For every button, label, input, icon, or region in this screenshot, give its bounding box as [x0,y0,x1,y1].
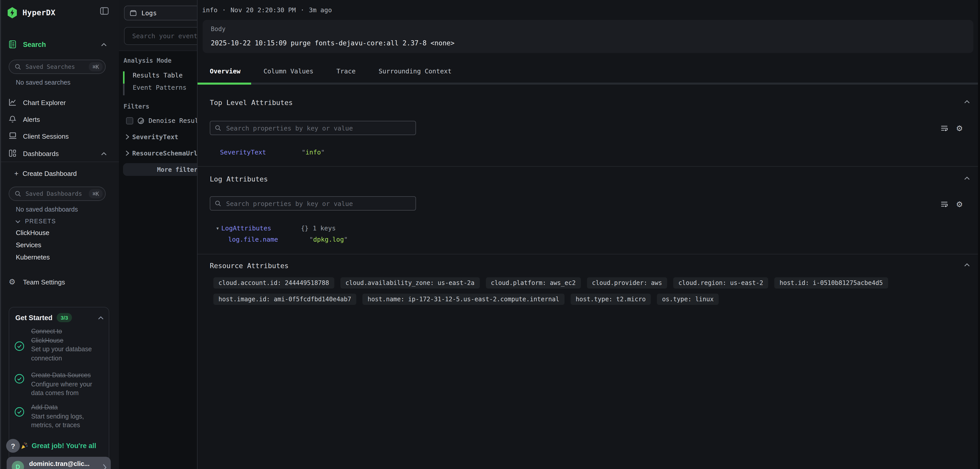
section-tools: ⚙ [940,200,963,208]
gear-icon[interactable]: ⚙ [956,200,963,208]
laptop-icon [9,132,16,140]
chevron-up-icon [98,316,103,319]
filter-group-resourceschemaurl[interactable]: ResourceSchemaUrl [126,149,197,157]
sidebar-item-client-sessions[interactable]: Client Sessions [0,130,119,142]
presets-toggle[interactable]: PRESETS [15,218,56,224]
sidebar-item-alerts[interactable]: Alerts [0,114,119,125]
create-dashboard-button[interactable]: + Create Dashboard [14,169,77,177]
property-searchbox[interactable] [210,121,416,135]
shortcut-badge: ⌘K [89,62,103,71]
property-searchbox[interactable] [210,196,416,211]
gear-icon: ⚙ [9,278,16,286]
resource-chip[interactable]: cloud.provider: aws [587,277,667,288]
progress-badge: 3/3 [57,313,72,322]
sidebar-divider [0,162,119,162]
resource-chip[interactable]: cloud.account.id: 244449518788 [213,277,334,288]
attribute-key[interactable]: LogAttributes [221,224,301,232]
sidebar-item-search[interactable]: Search [0,39,119,50]
saved-dashboards-searchbox[interactable]: ⌘K [9,187,106,201]
resource-chip[interactable]: host.type: t2.micro [571,294,651,305]
chart-line-icon [9,98,16,106]
tab-overview[interactable]: Overview [210,67,240,75]
get-started-card: Get Started 3/3 Connect to ClickHouse Se… [9,307,109,466]
hyperdx-logo-icon [7,7,18,18]
shortcut-badge: ⌘K [89,189,103,198]
sidebar-collapse-icon[interactable] [100,7,109,15]
event-relative-time: 3m ago [309,6,332,14]
filter-group-severitytext[interactable]: SeverityText [126,133,178,141]
section-tools: ⚙ [940,124,963,132]
gear-icon[interactable]: ⚙ [956,124,963,132]
help-button[interactable]: ? [6,439,20,453]
archive-box-icon [130,10,137,16]
chevron-up-icon [101,43,107,46]
resource-chip[interactable]: cloud.availability_zone: us-east-2a [340,277,480,288]
property-search-input[interactable] [225,199,411,208]
sidebar: HyperDX Search ⌘K [0,0,119,469]
resource-chip[interactable]: host.name: ip-172-31-12-5.us-east-2.comp… [363,294,564,305]
preset-clickhouse[interactable]: ClickHouse [16,229,49,236]
get-started-item[interactable]: Create Data Sources Configure where your… [31,371,94,398]
search-filter-panel: Logs Analysis Mode Results Table Event P… [119,0,197,469]
event-search-input[interactable] [131,32,197,40]
denoise-checkbox[interactable] [126,117,133,124]
saved-dashboards-input[interactable] [24,190,86,198]
scrollbar-gutter[interactable] [978,0,980,469]
sidebar-item-chart-explorer[interactable]: Chart Explorer [0,97,119,108]
source-select[interactable]: Logs [124,6,197,21]
no-saved-searches-text: No saved searches [16,79,70,86]
separator: · [222,6,226,14]
plus-icon: + [14,169,18,177]
get-started-item[interactable]: Add Data Start sending logs, metrics, or… [31,403,94,430]
chevron-down-icon [15,219,21,223]
active-tab-underline [197,82,251,84]
check-circle-icon [14,341,24,351]
collapse-section-icon[interactable] [964,100,970,103]
attribute-key[interactable]: SeverityText [220,148,302,156]
attribute-key[interactable]: log.file.name [228,236,309,243]
attribute-value[interactable]: info [305,148,321,156]
filters-label: Filters [124,103,149,110]
caret-down-icon[interactable]: ▾ [216,226,219,231]
inactive-mode-indicator [123,84,124,95]
resource-chip[interactable]: cloud.region: us-east-2 [673,277,768,288]
user-account-button[interactable]: D dominic.tran@clic... dominic.tran@clic… [6,457,111,469]
sidebar-item-label: Alerts [23,116,40,123]
search-journal-icon [9,40,16,48]
resource-chip[interactable]: cloud.platform: aws_ec2 [486,277,581,288]
resource-chip[interactable]: host.image.id: ami-0f5fcdfbd140e4ab7 [213,294,356,305]
denoise-results-option[interactable]: Denoise Results [126,117,197,124]
tab-column-values[interactable]: Column Values [263,67,313,75]
attribute-value[interactable]: dpkg.log [313,236,344,243]
more-filters-button[interactable]: More filters [123,163,197,176]
separator: · [301,6,304,14]
wrap-lines-icon[interactable] [940,200,948,208]
resource-chip[interactable]: os.type: linux [657,294,719,305]
chevron-right-icon [126,134,129,140]
user-name: dominic.tran@clic... [29,460,100,467]
mode-event-patterns[interactable]: Event Patterns [133,84,186,91]
property-search-input[interactable] [225,124,411,132]
no-saved-dashboards-text: No saved dashboards [16,206,78,213]
tab-trace[interactable]: Trace [336,67,355,75]
severity-badge: info [202,6,218,14]
get-started-header[interactable]: Get Started 3/3 [15,313,103,322]
event-search-box[interactable] [124,27,197,45]
get-started-item[interactable]: Connect to ClickHouse Set up your databa… [31,327,94,363]
collapse-section-icon[interactable] [964,263,970,267]
preset-services[interactable]: Services [16,241,41,249]
section-divider [197,166,980,167]
wrap-lines-icon[interactable] [940,124,948,132]
tabs-underline [197,82,978,84]
saved-searches-input[interactable] [24,63,86,71]
sidebar-item-team-settings[interactable]: ⚙ Team Settings [0,276,119,287]
collapse-section-icon[interactable] [964,176,970,180]
saved-searches-searchbox[interactable]: ⌘K [9,60,106,74]
tab-surrounding-context[interactable]: Surrounding Context [379,67,452,75]
mode-results-table[interactable]: Results Table [133,71,183,79]
section-title-log-attributes: Log Attributes [210,175,268,183]
sidebar-item-label: Chart Explorer [23,99,66,106]
resource-chip[interactable]: host.id: i-0510b81275acbe4d5 [775,277,888,288]
sidebar-item-dashboards[interactable]: Dashboards [0,148,119,159]
preset-kubernetes[interactable]: Kubernetes [16,254,50,261]
